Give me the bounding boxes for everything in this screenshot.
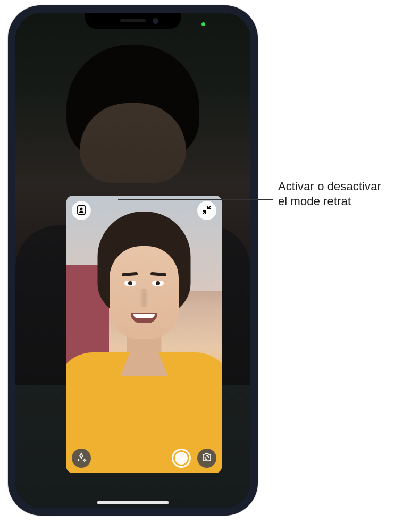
camera-privacy-indicator (201, 22, 205, 26)
callout-leader-line (118, 199, 273, 200)
self-view-pip[interactable] (66, 196, 222, 473)
svg-point-1 (80, 207, 83, 210)
phone-device-frame (8, 5, 258, 516)
callout-leader-line-vertical (273, 189, 273, 199)
flip-camera-icon (201, 452, 212, 465)
notch (85, 13, 181, 29)
callout-annotation: Activar o desactivar el mode retrat (278, 179, 381, 209)
speaker-grille (120, 19, 146, 22)
shutter-button[interactable] (172, 449, 191, 468)
phone-screen (15, 13, 250, 508)
effects-button[interactable] (72, 449, 91, 468)
portrait-person-icon (76, 205, 87, 217)
flip-camera-button[interactable] (197, 449, 216, 468)
minimize-pip-button[interactable] (197, 201, 216, 220)
front-camera-lens (153, 18, 158, 24)
home-indicator[interactable] (97, 501, 169, 504)
portrait-mode-button[interactable] (72, 201, 91, 220)
effects-star-icon (75, 452, 87, 465)
minimize-arrows-icon (202, 205, 212, 216)
shutter-icon (175, 452, 188, 465)
